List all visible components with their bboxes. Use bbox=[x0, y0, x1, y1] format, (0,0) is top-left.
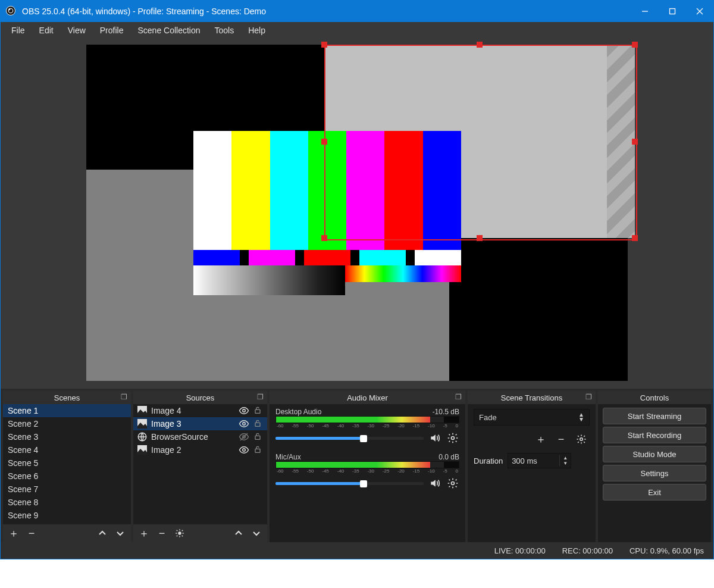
audio-channel-db: -10.5 dB bbox=[433, 408, 459, 416]
transition-select[interactable]: Fade ▲▼ bbox=[474, 409, 590, 426]
volume-slider[interactable] bbox=[275, 482, 424, 485]
audio-channel-name: Mic/Aux bbox=[275, 453, 301, 461]
window-close-button[interactable] bbox=[686, 1, 713, 22]
source-item[interactable]: Image 4 bbox=[133, 404, 267, 417]
svg-rect-9 bbox=[255, 409, 260, 413]
image-icon bbox=[137, 405, 148, 416]
audio-settings-button[interactable] bbox=[446, 431, 459, 445]
scene-item[interactable]: Scene 3 bbox=[3, 430, 131, 443]
preview-layer-colorbars-sub[interactable] bbox=[193, 250, 461, 265]
controls-panel: Controls Start StreamingStart RecordingS… bbox=[598, 391, 711, 542]
lock-toggle-icon[interactable] bbox=[253, 445, 264, 455]
menu-tools[interactable]: Tools bbox=[208, 23, 242, 37]
source-move-down-button[interactable] bbox=[248, 526, 265, 541]
mute-button[interactable] bbox=[428, 477, 441, 490]
undock-icon[interactable]: ❐ bbox=[585, 393, 592, 401]
spinner-up-button[interactable]: ▲ bbox=[560, 455, 571, 461]
source-remove-button[interactable]: − bbox=[154, 526, 170, 541]
audio-channel: Mic/Aux0.0 dB-60-55-50-45-40-35-30-25-20… bbox=[275, 453, 459, 490]
transition-remove-button[interactable]: − bbox=[553, 431, 569, 447]
scene-remove-button[interactable]: − bbox=[23, 526, 40, 541]
window-maximize-button[interactable] bbox=[659, 1, 686, 22]
scene-add-button[interactable]: ＋ bbox=[5, 526, 22, 541]
selection-handle-br[interactable] bbox=[632, 235, 638, 241]
scene-item[interactable]: Scene 5 bbox=[3, 456, 131, 470]
selection-handle-bm[interactable] bbox=[477, 235, 483, 241]
scene-item[interactable]: Scene 1 bbox=[3, 404, 131, 417]
selection-handle-tr[interactable] bbox=[632, 42, 638, 48]
audio-meter bbox=[275, 461, 459, 468]
scene-item[interactable]: Scene 9 bbox=[3, 509, 131, 522]
mute-button[interactable] bbox=[428, 431, 441, 445]
source-item[interactable]: Image 2 bbox=[133, 443, 267, 456]
start-recording-button[interactable]: Start Recording bbox=[603, 427, 706, 443]
visibility-toggle-icon[interactable] bbox=[239, 418, 249, 429]
visibility-toggle-icon[interactable] bbox=[239, 445, 249, 455]
menu-profile[interactable]: Profile bbox=[93, 23, 131, 37]
menu-view[interactable]: View bbox=[61, 23, 93, 37]
transition-duration-spinner[interactable]: ▲ ▼ bbox=[508, 453, 571, 468]
controls-panel-title: Controls bbox=[640, 393, 669, 402]
undock-icon[interactable]: ❐ bbox=[455, 393, 462, 401]
svg-rect-19 bbox=[255, 449, 260, 452]
source-item[interactable]: Image 3 bbox=[133, 417, 267, 430]
audio-meter bbox=[275, 416, 459, 423]
transition-add-button[interactable]: ＋ bbox=[533, 431, 549, 447]
lock-toggle-icon[interactable] bbox=[253, 418, 264, 429]
audio-channel-name: Desktop Audio bbox=[275, 408, 321, 416]
scene-item[interactable]: Scene 4 bbox=[3, 443, 131, 456]
settings-button[interactable]: Settings bbox=[603, 465, 706, 481]
audio-settings-button[interactable] bbox=[446, 477, 459, 490]
transition-duration-input[interactable] bbox=[508, 456, 559, 465]
preview-layer-grayscale[interactable] bbox=[193, 265, 345, 295]
selection-handle-tm[interactable] bbox=[477, 42, 483, 48]
undock-icon[interactable]: ❐ bbox=[121, 393, 127, 401]
selection-handle-tl[interactable] bbox=[321, 42, 327, 48]
scenes-list[interactable]: Scene 1Scene 2Scene 3Scene 4Scene 5Scene… bbox=[3, 404, 131, 524]
preview-canvas[interactable] bbox=[86, 45, 628, 381]
sources-list[interactable]: Image 4Image 3BrowserSourceImage 2 bbox=[133, 404, 267, 524]
audio-mixer-body: Desktop Audio-10.5 dB-60-55-50-45-40-35-… bbox=[270, 404, 465, 542]
exit-button[interactable]: Exit bbox=[603, 484, 706, 501]
source-item-label: Image 4 bbox=[151, 406, 235, 415]
sources-panel: Sources ❐ Image 4Image 3BrowserSourceIma… bbox=[133, 391, 267, 542]
selection-handle-bl[interactable] bbox=[321, 235, 327, 241]
statusbar: LIVE: 00:00:00 REC: 00:00:00 CPU: 0.9%, … bbox=[1, 542, 713, 559]
spinner-down-button[interactable]: ▼ bbox=[560, 461, 571, 466]
scene-item[interactable]: Scene 7 bbox=[3, 483, 131, 496]
status-live: LIVE: 00:00:00 bbox=[494, 546, 546, 555]
studio-mode-button[interactable]: Studio Mode bbox=[603, 446, 706, 462]
source-properties-button[interactable] bbox=[171, 526, 188, 541]
menu-edit[interactable]: Edit bbox=[32, 23, 61, 37]
scene-item[interactable]: Scene 6 bbox=[3, 470, 131, 483]
undock-icon[interactable]: ❐ bbox=[257, 393, 264, 401]
source-item-label: Image 2 bbox=[151, 445, 235, 455]
menu-file[interactable]: File bbox=[4, 23, 32, 37]
selection-rectangle[interactable] bbox=[324, 45, 637, 240]
scenes-panel: Scenes ❐ Scene 1Scene 2Scene 3Scene 4Sce… bbox=[3, 391, 131, 542]
visibility-toggle-icon[interactable] bbox=[239, 431, 249, 442]
menu-scene-collection[interactable]: Scene Collection bbox=[130, 23, 207, 37]
transition-settings-button[interactable] bbox=[573, 431, 590, 447]
visibility-toggle-icon[interactable] bbox=[239, 405, 249, 416]
selection-handle-mr[interactable] bbox=[632, 139, 638, 145]
lock-toggle-icon[interactable] bbox=[253, 431, 264, 442]
scene-move-down-button[interactable] bbox=[112, 526, 129, 541]
start-streaming-button[interactable]: Start Streaming bbox=[603, 408, 706, 424]
scene-move-up-button[interactable] bbox=[94, 526, 111, 541]
scene-item[interactable]: Scene 8 bbox=[3, 496, 131, 509]
scene-item[interactable]: Scene 2 bbox=[3, 417, 131, 430]
transition-current: Fade bbox=[479, 413, 497, 422]
lock-toggle-icon[interactable] bbox=[253, 405, 264, 416]
source-move-up-button[interactable] bbox=[230, 526, 247, 541]
meter-ticks: -60-55-50-45-40-35-30-25-20-15-10-50 bbox=[275, 468, 459, 474]
preview-layer-rainbow[interactable] bbox=[345, 265, 461, 282]
window-minimize-button[interactable] bbox=[631, 1, 659, 22]
selection-handle-ml[interactable] bbox=[321, 139, 327, 145]
source-add-button[interactable]: ＋ bbox=[136, 526, 152, 541]
obs-window: OBS 25.0.4 (64-bit, windows) - Profile: … bbox=[0, 0, 714, 559]
menu-help[interactable]: Help bbox=[241, 23, 273, 37]
source-item[interactable]: BrowserSource bbox=[133, 430, 267, 443]
svg-point-8 bbox=[243, 409, 246, 412]
volume-slider[interactable] bbox=[275, 437, 424, 440]
